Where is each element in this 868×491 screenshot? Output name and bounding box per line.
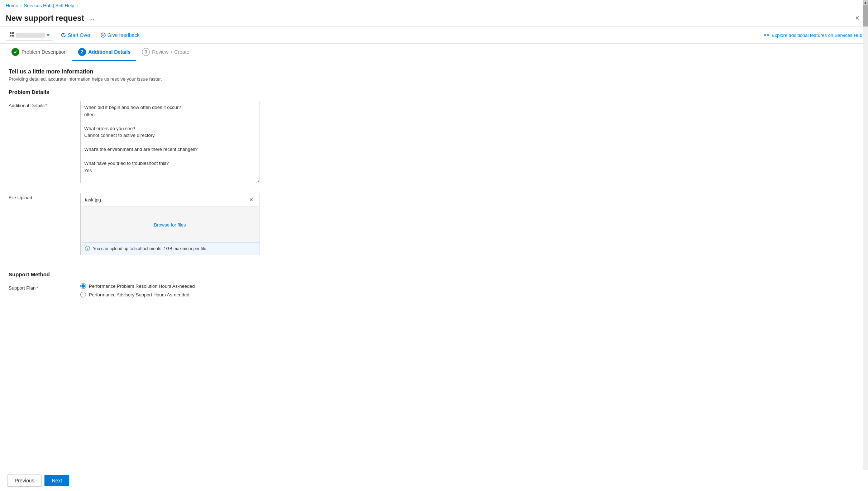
give-feedback-button[interactable]: Give feedback [99, 31, 142, 39]
svg-rect-3 [12, 35, 14, 37]
browse-for-files-link[interactable]: Browse for files [154, 222, 186, 228]
file-upload-control: task.jpg ✕ Browse for files ⓘ You can up… [80, 193, 259, 255]
tab-additional-details-label: Additional Details [88, 49, 130, 55]
org-label-placeholder [16, 33, 45, 38]
info-icon: ⓘ [85, 245, 90, 252]
additional-details-control [80, 101, 259, 184]
file-name: task.jpg [85, 197, 101, 202]
svg-marker-4 [47, 34, 49, 36]
step-circle-3: 3 [142, 48, 150, 56]
svg-rect-1 [12, 32, 14, 34]
step-num-3: 3 [145, 49, 147, 54]
tab-review-create[interactable]: 3 Review + Create [136, 44, 195, 61]
step-circle-2: 2 [78, 48, 86, 56]
support-plan-option-1: Performance Problem Resolution Hours As-… [80, 283, 259, 289]
additional-details-row: Additional Details* [9, 101, 421, 184]
toolbar-left: Start Over Give feedback [6, 30, 142, 40]
start-over-label: Start Over [68, 32, 91, 38]
next-button[interactable]: Next [44, 475, 69, 486]
svg-rect-2 [10, 35, 11, 37]
svg-point-7 [102, 34, 103, 35]
svg-rect-0 [10, 32, 11, 34]
support-plan-label: Support Plan* [9, 283, 73, 291]
tab-problem-description-label: Problem Description [22, 49, 67, 55]
svg-rect-11 [767, 34, 769, 35]
dropdown-chevron-icon [46, 33, 50, 37]
additional-details-label: Additional Details* [9, 101, 73, 108]
page-ellipsis-btn[interactable]: ... [87, 14, 97, 23]
svg-rect-9 [764, 34, 766, 35]
file-info-box: ⓘ You can upload up to 5 attachments. 1G… [81, 242, 259, 255]
additional-details-textarea[interactable] [80, 101, 259, 183]
page-header: New support request ... × [0, 11, 868, 27]
close-button[interactable]: × [852, 13, 862, 24]
breadcrumb-services-hub[interactable]: Services Hub | Self Help [24, 3, 75, 8]
previous-button[interactable]: Previous [7, 475, 42, 487]
support-plan-option-2: Performance Advisory Support Hours As-ne… [80, 292, 259, 297]
breadcrumb-home[interactable]: Home [6, 3, 18, 8]
org-icon [9, 32, 15, 39]
tab-additional-details[interactable]: 2 Additional Details [72, 44, 136, 61]
support-plan-option-1-label[interactable]: Performance Problem Resolution Hours As-… [89, 283, 195, 289]
start-over-icon [61, 33, 66, 38]
feedback-icon [101, 33, 106, 38]
file-drop-area[interactable]: Browse for files [81, 206, 259, 242]
step-circle-1: ✓ [11, 48, 19, 56]
org-selector[interactable] [6, 30, 53, 40]
file-upload-box: task.jpg ✕ Browse for files ⓘ You can up… [80, 193, 259, 255]
explore-features-label: Explore additional features on Services … [772, 33, 862, 38]
additional-details-required: * [45, 103, 47, 108]
section-title: Tell us a little more information [9, 68, 421, 75]
file-info-text: You can upload up to 5 attachments. 1GB … [93, 246, 208, 251]
right-scrollbar[interactable]: ▲ ▼ [863, 0, 868, 491]
give-feedback-label: Give feedback [108, 32, 140, 38]
scroll-track [863, 5, 868, 486]
file-item: task.jpg ✕ [81, 193, 259, 206]
support-plan-row: Support Plan* Performance Problem Resolu… [9, 283, 421, 300]
support-plan-radio-2[interactable] [80, 292, 86, 297]
toolbar: Start Over Give feedback Explore additio… [0, 27, 868, 44]
breadcrumb: Home › Services Hub | Self Help › [0, 0, 868, 11]
problem-details-title: Problem Details [9, 89, 421, 95]
start-over-button[interactable]: Start Over [59, 31, 93, 39]
file-upload-label: File Upload [9, 193, 73, 200]
support-plan-options: Performance Problem Resolution Hours As-… [80, 283, 259, 300]
svg-rect-12 [767, 35, 769, 36]
explore-icon [764, 32, 769, 38]
step-num-2: 2 [81, 49, 84, 54]
breadcrumb-sep1: › [20, 3, 22, 8]
main-content: Tell us a little more information Provid… [0, 61, 430, 316]
svg-point-8 [104, 34, 104, 35]
tab-review-create-label: Review + Create [152, 49, 189, 55]
scroll-up-arrow[interactable]: ▲ [863, 0, 868, 5]
section-divider [9, 264, 421, 264]
support-plan-option-2-label[interactable]: Performance Advisory Support Hours As-ne… [89, 292, 189, 297]
file-remove-button[interactable]: ✕ [248, 196, 255, 203]
section-subtitle: Providing detailed, accurate information… [9, 76, 421, 82]
scroll-thumb[interactable] [863, 5, 868, 27]
file-upload-row: File Upload task.jpg ✕ Browse for files … [9, 193, 421, 255]
tab-problem-description[interactable]: ✓ Problem Description [6, 44, 72, 61]
bottom-bar: Previous Next [0, 470, 868, 491]
page-title: New support request [6, 14, 84, 23]
svg-marker-5 [63, 33, 65, 35]
svg-rect-10 [764, 35, 766, 36]
explore-features-link[interactable]: Explore additional features on Services … [764, 32, 862, 38]
page-title-row: New support request ... [6, 14, 97, 23]
step-tabs: ✓ Problem Description 2 Additional Detai… [0, 44, 868, 61]
support-plan-required: * [36, 285, 38, 291]
breadcrumb-sep2: › [76, 3, 78, 8]
support-method-title: Support Method [9, 271, 421, 277]
support-plan-radio-1[interactable] [80, 283, 86, 289]
